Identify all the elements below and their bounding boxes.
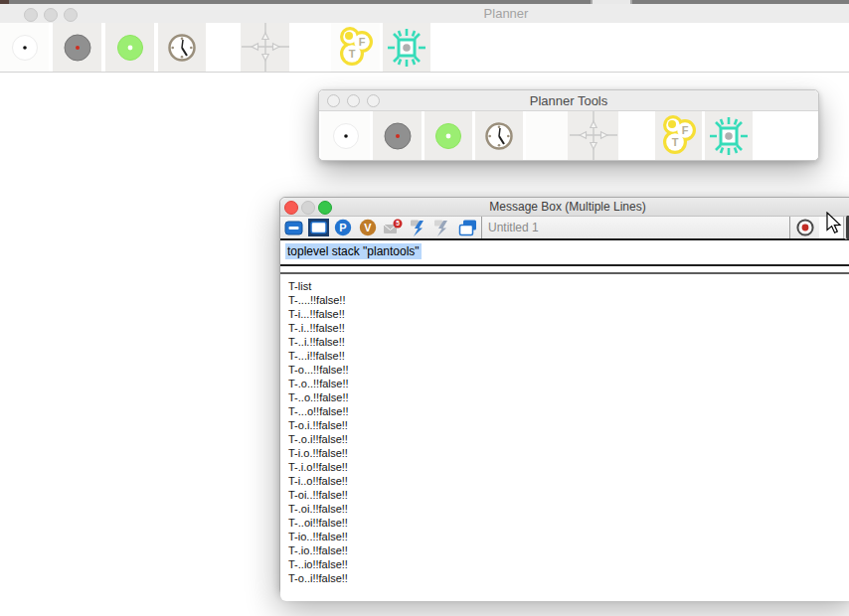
message-box-title-bar[interactable]: Message Box (Multiple Lines) (280, 198, 849, 217)
overlapping-windows-icon (458, 219, 477, 236)
script-run-button[interactable] (406, 217, 429, 238)
svg-text:F: F (681, 124, 688, 136)
script-run-disabled-button[interactable] (429, 217, 453, 238)
variables-button[interactable]: V (355, 217, 380, 238)
tool-field-button[interactable] (424, 111, 472, 160)
message-line: T-i..o!!false!! (288, 474, 849, 488)
planner-title-bar[interactable]: Planner (0, 4, 849, 23)
message-line: T-list (288, 279, 849, 293)
multi-line-icon (308, 219, 329, 236)
selected-command-text: toplevel stack "plantools" (285, 243, 422, 259)
message-line: T-..io!!false!! (288, 557, 849, 571)
true-false-blob-icon: F T (335, 26, 377, 70)
message-line: T-...i!!false!! (288, 349, 849, 363)
tool-browse-button[interactable] (0, 23, 49, 72)
flash-gray-icon (432, 219, 450, 237)
clock-icon (479, 114, 519, 158)
multi-line-mode-button-selected[interactable] (306, 217, 330, 238)
message-line: T-i.o.!!false!! (288, 446, 849, 460)
record-button[interactable] (789, 217, 820, 238)
message-line: T-i...!!false!! (288, 307, 849, 321)
message-box-toolbar: P V 5 (280, 217, 849, 240)
tool-field-button[interactable] (105, 23, 154, 72)
tool-clock-button[interactable] (158, 23, 206, 72)
message-line: T-...o!!false!! (288, 404, 849, 418)
message-line: T-.o..!!false!! (288, 377, 849, 390)
command-divider (280, 264, 849, 274)
tool-move-button[interactable] (241, 23, 289, 72)
planner-toolbar: F T (0, 23, 849, 72)
message-line: T-....!!false!! (288, 293, 849, 307)
message-line: T-io..!!false!! (288, 530, 849, 543)
planner-window: Planner (0, 4, 849, 73)
message-line: T-..oi!!false!! (288, 516, 849, 530)
tool-browse-button[interactable] (321, 111, 370, 160)
message-line: T-o...!!false!! (288, 363, 849, 377)
message-list[interactable]: T-listT-....!!false!!T-i...!!false!!T-.i… (280, 274, 849, 601)
command-line-row[interactable]: toplevel stack "plantools" (280, 240, 849, 264)
toolbar-clipped-button[interactable] (844, 216, 849, 239)
document-name: Untitled 1 (482, 221, 539, 234)
tool-spark-button[interactable] (383, 23, 430, 72)
tool-tf-blob-button[interactable]: F T (655, 111, 702, 160)
message-line: T-.o.i!!false!! (288, 432, 849, 446)
close-button[interactable] (24, 8, 38, 22)
teal-burst-icon (708, 114, 750, 158)
message-line: T-o.i.!!false!! (288, 418, 849, 432)
message-line: T-.oi.!!false!! (288, 502, 849, 516)
true-false-blob-icon: F T (658, 114, 700, 158)
gray-dot-icon (378, 114, 418, 158)
record-icon (795, 218, 815, 237)
clock-icon (162, 26, 202, 70)
svg-text:F: F (358, 36, 365, 48)
planner-tools-title-bar[interactable]: Planner Tools (319, 90, 818, 111)
tool-spark-button[interactable] (705, 111, 753, 160)
svg-text:5: 5 (396, 220, 400, 227)
window-title: Planner (466, 6, 546, 21)
command-line-input[interactable]: toplevel stack "plantools" (285, 244, 422, 258)
message-watcher-button[interactable]: 5 (380, 217, 406, 238)
svg-text:V: V (364, 222, 372, 233)
window-title: Message Box (Multiple Lines) (280, 200, 849, 214)
move-cross-icon (242, 23, 289, 72)
message-line: T-..o.!!false!! (288, 390, 849, 404)
cascade-windows-button[interactable] (453, 217, 481, 238)
zoom-button[interactable] (64, 8, 78, 22)
message-line: T-..i.!!false!! (288, 335, 849, 349)
tool-pointer-button[interactable] (373, 111, 422, 160)
green-dot-icon (110, 26, 150, 70)
message-line: T-oi..!!false!! (288, 488, 849, 502)
browse-dot-icon (5, 26, 45, 70)
planner-tools-toolbar: F T (319, 111, 818, 160)
svg-text:T: T (348, 48, 355, 60)
move-cross-icon (570, 111, 617, 160)
pending-messages-button[interactable]: P (330, 217, 355, 238)
message-line: T-o..i!!false!! (288, 571, 849, 585)
planner-tools-window: Planner Tools (318, 89, 819, 161)
desktop: Planner (0, 0, 849, 616)
single-line-mode-button[interactable] (280, 217, 306, 238)
window-title: Planner Tools (319, 93, 818, 108)
tool-pointer-button[interactable] (53, 23, 101, 72)
message-line: T-.i.o!!false!! (288, 460, 849, 474)
tool-move-button[interactable] (568, 111, 618, 160)
tool-clock-button[interactable] (475, 111, 523, 160)
p-circle-icon: P (334, 219, 352, 236)
mail-badge-icon: 5 (383, 219, 403, 236)
flash-blue-icon (409, 219, 426, 237)
teal-burst-icon (386, 26, 427, 70)
message-line: T-.i..!!false!! (288, 321, 849, 335)
svg-text:T: T (671, 136, 678, 148)
green-dot-icon (428, 114, 468, 158)
mouse-cursor (826, 212, 843, 234)
message-box-window: Message Box (Multiple Lines) P (279, 197, 849, 595)
message-line: T-.io.!!false!! (288, 543, 849, 557)
svg-text:P: P (339, 222, 346, 233)
single-line-icon (284, 220, 303, 236)
gray-dot-icon (58, 26, 97, 70)
tool-empty-cell[interactable] (526, 111, 568, 160)
minimize-button[interactable] (44, 8, 58, 22)
browse-dot-icon (326, 114, 366, 158)
tool-tf-blob-button[interactable]: F T (331, 23, 380, 72)
v-circle-icon: V (359, 219, 377, 236)
